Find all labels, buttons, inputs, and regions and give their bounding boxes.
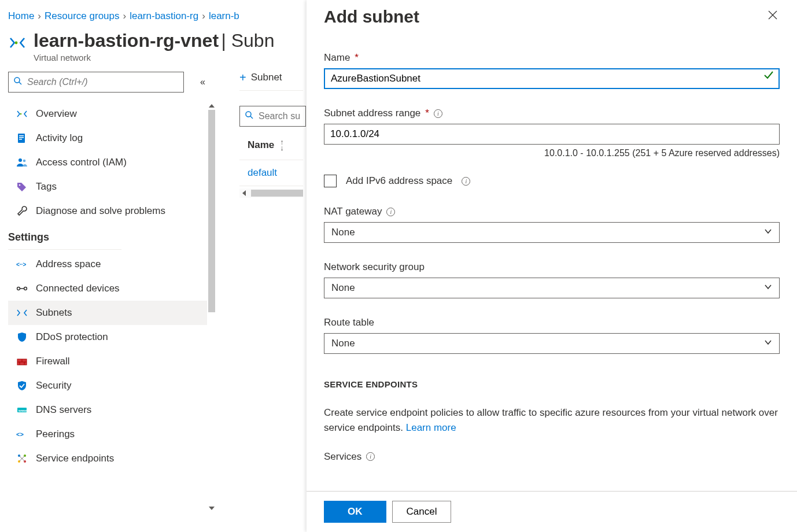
table-row[interactable]: default	[239, 160, 303, 186]
svg-rect-6	[19, 137, 24, 138]
nav-activity-log[interactable]: Activity log	[8, 126, 216, 150]
cmd-label: Subnet	[251, 72, 282, 83]
address-space-icon: <··>	[16, 258, 28, 270]
nav-access-control[interactable]: Access control (IAM)	[8, 150, 216, 175]
nav-scrollbar[interactable]	[207, 102, 216, 512]
info-icon[interactable]: i	[462, 177, 470, 186]
nav-ddos[interactable]: DDoS protection	[8, 325, 216, 349]
nat-select[interactable]: None	[324, 222, 780, 243]
page-title: learn-bastion-rg-vnet | Subn	[34, 30, 274, 51]
breadcrumb-resource-groups[interactable]: Resource groups	[45, 10, 119, 22]
info-icon[interactable]: i	[434, 109, 442, 118]
nav-security[interactable]: Security	[8, 374, 216, 398]
tag-icon	[16, 181, 28, 193]
svg-rect-7	[19, 139, 22, 140]
people-icon	[16, 157, 28, 168]
svg-point-30	[246, 112, 251, 117]
nav-label: Access control (IAM)	[36, 157, 127, 168]
add-subnet-button[interactable]: + Subnet	[239, 72, 282, 83]
nav-label: Firewall	[36, 356, 70, 367]
scroll-up-icon[interactable]	[208, 102, 215, 110]
scroll-down-icon[interactable]	[208, 504, 215, 512]
sort-icon: ↑↓	[280, 139, 284, 152]
svg-point-9	[23, 160, 26, 162]
svg-text:www: www	[18, 409, 27, 412]
shield-check-icon	[16, 380, 28, 391]
info-icon[interactable]: i	[366, 452, 375, 461]
chevron-down-icon	[764, 282, 772, 294]
rt-select[interactable]: None	[324, 333, 780, 354]
nav-firewall[interactable]: Firewall	[8, 349, 216, 374]
chevron-right-icon: ›	[38, 10, 41, 22]
svg-text:<>: <>	[16, 431, 24, 438]
breadcrumb-home[interactable]: Home	[8, 10, 34, 22]
ipv6-label: Add IPv6 address space	[346, 175, 452, 187]
learn-more-link[interactable]: Learn more	[406, 422, 456, 433]
subnets-search[interactable]	[239, 106, 306, 127]
services-label: Services i	[324, 451, 780, 463]
nav-tags[interactable]: Tags	[8, 175, 216, 199]
panel-title: Add subnet	[324, 7, 419, 27]
nsg-label: Network security group	[324, 261, 780, 273]
peerings-icon: <>	[16, 428, 28, 440]
breadcrumb-vnet[interactable]: learn-b	[209, 10, 239, 22]
nav-label: Service endpoints	[36, 453, 114, 464]
nav-label: Overview	[36, 108, 77, 120]
close-button[interactable]	[766, 7, 780, 25]
column-header-name[interactable]: Name ↑↓	[239, 127, 303, 160]
nav-subnets[interactable]: Subnets	[8, 301, 216, 325]
nav-label: Connected devices	[36, 283, 120, 294]
nsg-select[interactable]: None	[324, 278, 780, 298]
scroll-left-icon[interactable]	[239, 189, 249, 198]
search-icon	[245, 110, 254, 122]
command-bar: + Subnet	[239, 72, 303, 91]
vnet-icon	[8, 30, 27, 52]
shield-icon	[16, 331, 28, 343]
nav-label: Subnets	[36, 307, 72, 319]
menu-search-input[interactable]	[27, 77, 179, 87]
collapse-menu-icon[interactable]: «	[200, 77, 205, 87]
plus-icon: +	[239, 72, 246, 83]
ipv6-checkbox[interactable]	[324, 175, 337, 187]
nat-label: NAT gateway i	[324, 206, 780, 217]
info-icon[interactable]: i	[386, 208, 395, 216]
horizontal-scrollbar[interactable]	[239, 189, 303, 198]
svg-point-8	[19, 158, 22, 162]
name-input[interactable]	[324, 68, 780, 89]
nav-connected-devices[interactable]: Connected devices	[8, 276, 216, 301]
range-input[interactable]	[324, 124, 780, 145]
nav-label: Address space	[36, 258, 101, 270]
chevron-right-icon: ›	[123, 10, 127, 22]
nav-label: Security	[36, 380, 71, 391]
section-service-endpoints: SERVICE ENDPOINTS	[324, 379, 780, 389]
panel-footer: OK Cancel	[307, 491, 797, 532]
nav-peerings[interactable]: <> Peerings	[8, 422, 216, 446]
svg-point-3	[20, 113, 22, 115]
range-label: Subnet address range * i	[324, 108, 780, 119]
vnet-icon	[16, 108, 28, 120]
scroll-thumb[interactable]	[251, 190, 303, 197]
breadcrumb-rg-name[interactable]: learn-bastion-rg	[130, 10, 198, 22]
nav-service-endpoints[interactable]: Service endpoints	[8, 446, 216, 471]
svg-line-2	[19, 82, 21, 84]
svg-point-10	[19, 184, 21, 186]
nav-address-space[interactable]: <··> Address space	[8, 252, 216, 276]
menu-search[interactable]	[8, 72, 184, 93]
subnets-search-input[interactable]	[259, 111, 301, 121]
svg-point-12	[17, 287, 20, 290]
nav-overview[interactable]: Overview	[8, 102, 216, 126]
scroll-thumb[interactable]	[208, 110, 215, 312]
rt-label: Route table	[324, 317, 780, 328]
nav-label: Diagnose and solve problems	[36, 205, 165, 217]
firewall-icon	[16, 356, 28, 367]
endpoints-icon	[16, 453, 28, 464]
svg-point-13	[24, 287, 27, 290]
nav-diagnose[interactable]: Diagnose and solve problems	[8, 199, 216, 223]
ok-button[interactable]: OK	[324, 501, 386, 523]
devices-icon	[16, 283, 28, 294]
cancel-button[interactable]: Cancel	[392, 501, 452, 523]
nav-dns-servers[interactable]: www DNS servers	[8, 398, 216, 422]
svg-text:<··>: <··>	[16, 261, 26, 268]
svg-line-31	[250, 116, 253, 119]
svg-rect-4	[18, 134, 25, 143]
